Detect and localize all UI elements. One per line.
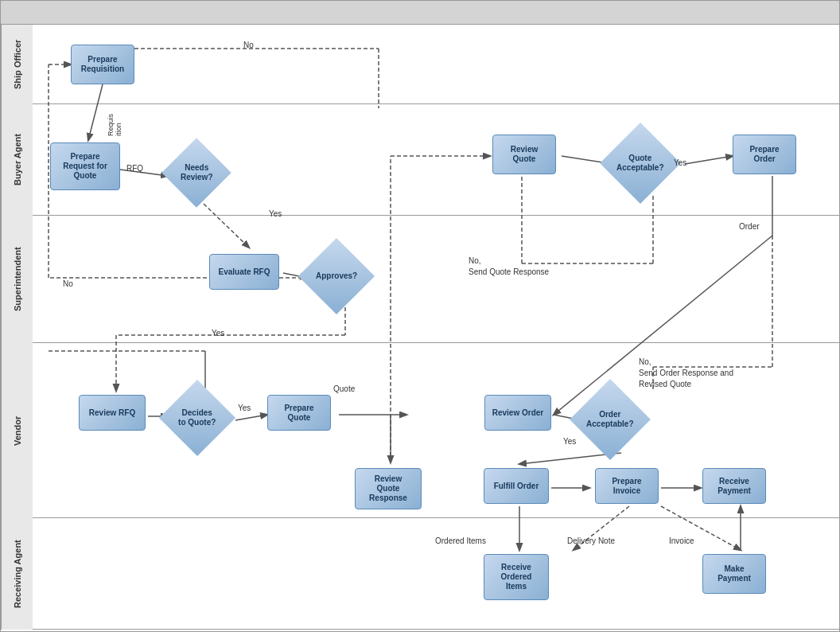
make-payment-label: MakePayment (718, 564, 751, 583)
receive-ordered-items-label: ReceiveOrderedItems (501, 563, 532, 591)
make-payment-node[interactable]: MakePayment (702, 554, 766, 594)
review-order-label: Review Order (492, 408, 543, 418)
approves-label: Approves? (316, 271, 357, 281)
lane-label-vendor: Vendor (1, 343, 33, 518)
label-no-top: No (243, 41, 254, 49)
label-yes-order: Yes (563, 437, 576, 446)
label-yes-acceptable: Yes (674, 158, 686, 167)
lane-buyer: Buyer Agent (1, 104, 839, 216)
fulfill-order-label: Fulfill Order (494, 482, 539, 491)
prepare-order-label: PrepareOrder (749, 145, 779, 164)
lane-super: Superintendent (1, 216, 839, 343)
prepare-rfq-node[interactable]: PrepareRequest forQuote (50, 142, 120, 190)
header-bar (1, 1, 839, 25)
label-delivery-note: Delivery Note (567, 536, 615, 545)
label-no-left: No (63, 279, 73, 288)
label-order: Order (739, 222, 760, 231)
prepare-requisition-node[interactable]: PrepareRequisition (71, 45, 134, 84)
lane-label-ship: Ship Officer (1, 25, 33, 104)
decides-quote-label: Decidesto Quote? (178, 408, 216, 427)
review-quote-node[interactable]: ReviewQuote (492, 135, 556, 174)
review-quote-response-node[interactable]: ReviewQuoteResponse (355, 468, 422, 509)
review-rfq-label: Review RFQ (89, 408, 135, 418)
review-quote-label: ReviewQuote (511, 145, 538, 164)
order-acceptable-label: OrderAcceptable? (586, 410, 633, 429)
label-no-order-response: No,Send Order Response andRevised Quote (639, 357, 733, 390)
review-order-node[interactable]: Review Order (484, 395, 551, 431)
label-rfq: RFQ (126, 164, 143, 173)
label-no-send-quote: No,Send Quote Response (469, 256, 549, 278)
label-requisition: Requisition (107, 114, 122, 136)
label-quote: Quote (333, 384, 355, 393)
prepare-invoice-label: PrepareInvoice (612, 477, 641, 496)
prepare-requisition-label: PrepareRequisition (81, 55, 124, 74)
receive-payment-node[interactable]: ReceivePayment (702, 468, 766, 504)
label-yes-right-vendor: Yes (238, 404, 251, 412)
prepare-quote-node[interactable]: PrepareQuote (267, 395, 331, 431)
receive-payment-label: ReceivePayment (718, 477, 751, 496)
prepare-quote-label: PrepareQuote (284, 404, 313, 423)
label-ordered-items: Ordered Items (435, 536, 486, 545)
prepare-invoice-node[interactable]: PrepareInvoice (595, 468, 659, 504)
receive-ordered-items-node[interactable]: ReceiveOrderedItems (484, 554, 549, 600)
evaluate-rfq-node[interactable]: Evaluate RFQ (209, 254, 279, 290)
lane-label-super: Superintendent (1, 216, 33, 343)
label-yes-down: Yes (269, 209, 282, 218)
review-rfq-node[interactable]: Review RFQ (79, 395, 146, 431)
lane-label-receiving: Receiving Agent (1, 518, 33, 630)
label-yes-bottom: Yes (212, 329, 224, 337)
review-quote-response-label: ReviewQuoteResponse (369, 474, 407, 503)
fulfill-order-node[interactable]: Fulfill Order (484, 468, 549, 504)
evaluate-rfq-label: Evaluate RFQ (218, 267, 270, 277)
needs-review-label: NeedsReview? (181, 163, 213, 182)
prepare-rfq-label: PrepareRequest forQuote (63, 152, 107, 181)
label-invoice: Invoice (669, 536, 694, 545)
quote-acceptable-label: QuoteAcceptable? (616, 154, 663, 173)
diagram-container: Ship Officer Buyer Agent Superintendent … (0, 0, 840, 632)
prepare-order-node[interactable]: PrepareOrder (733, 135, 796, 174)
lane-label-buyer: Buyer Agent (1, 104, 33, 216)
